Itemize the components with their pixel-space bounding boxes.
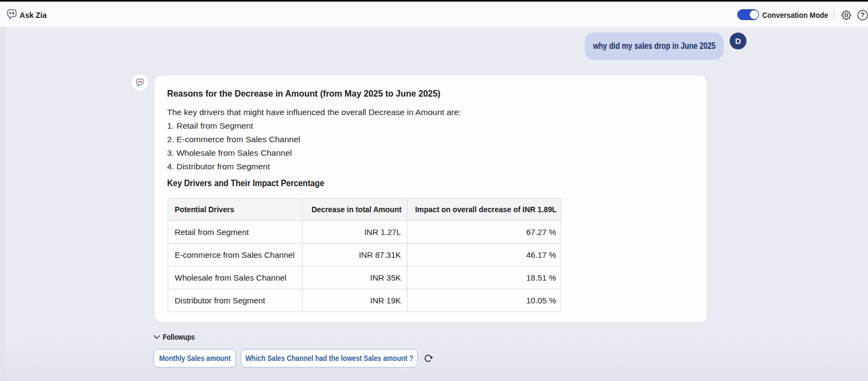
svg-text:?: ? <box>860 11 864 19</box>
